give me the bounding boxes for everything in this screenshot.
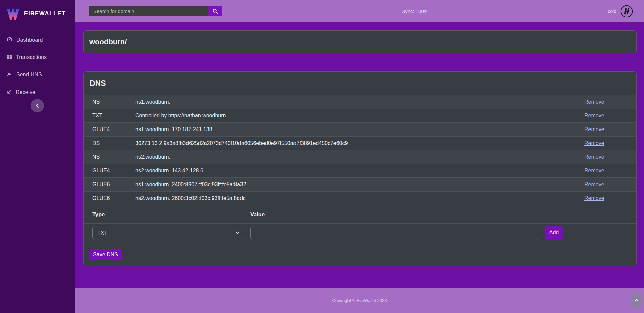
dns-card-title: DNS	[84, 72, 636, 95]
dns-record-row: GLUE4 ns2.woodburn. 143.42.128.6 Remove	[84, 164, 636, 178]
save-dns-button[interactable]: Save DNS	[89, 249, 122, 260]
record-type: GLUE6	[87, 195, 130, 201]
record-remove-link[interactable]: Remove	[584, 168, 604, 173]
footer: Copyright © FireWallet 2023	[75, 288, 644, 313]
type-column-header: Type	[92, 211, 250, 218]
scroll-to-top-button[interactable]	[631, 293, 642, 308]
app-window: FIREWALLET Dashboard Transactions Send H…	[0, 0, 644, 313]
record-value-input[interactable]	[250, 226, 539, 240]
sidebar-item-label: Receive	[16, 89, 35, 95]
domain-card: woodburn/	[83, 30, 637, 53]
record-type-select[interactable]: TXT	[92, 226, 244, 240]
sidebar: FIREWALLET Dashboard Transactions Send H…	[0, 0, 75, 313]
firewallet-logo-icon	[7, 8, 19, 20]
value-column-header: Value	[250, 211, 265, 218]
record-type: NS	[87, 154, 130, 160]
sidebar-item-label: Dashboard	[16, 37, 43, 43]
record-value: ns1.woodburn.	[130, 99, 583, 105]
chevron-up-icon	[635, 299, 639, 302]
domain-search	[89, 6, 222, 16]
sidebar-item-dashboard[interactable]: Dashboard	[0, 31, 75, 49]
sidebar-item-label: Send HNS	[16, 72, 42, 78]
record-value: ns1.woodburn. 170.187.241.138	[130, 126, 583, 133]
sidebar-item-send-hns[interactable]: Send HNS	[0, 66, 75, 84]
content-column: Sync: 100% cold woodburn/ DNS	[75, 0, 644, 313]
search-input[interactable]	[89, 6, 208, 16]
dns-record-row: GLUE6 ns2.woodburn. 2600:3c02::f03c:93ff…	[84, 192, 636, 205]
dns-record-row: NS ns1.woodburn. Remove	[84, 95, 636, 109]
add-record-button[interactable]: Add	[545, 226, 563, 240]
dns-form-header: Type Value	[84, 205, 636, 224]
record-type: NS	[87, 99, 130, 105]
dns-add-form: TXT Add	[84, 224, 636, 242]
wallet-name: cold	[608, 9, 616, 14]
table-icon	[7, 54, 12, 61]
dns-card: DNS NS ns1.woodburn. Remove TXT Controll…	[83, 71, 637, 266]
record-remove-link[interactable]: Remove	[584, 181, 604, 187]
record-value: ns2.woodburn. 2600:3c02::f03c:93ff:fe5a:…	[130, 195, 583, 201]
sidebar-collapse-button[interactable]	[31, 99, 44, 112]
record-value: ns1.woodburn. 2400:8907::f03c:93ff:fe5a:…	[130, 181, 583, 188]
record-remove-link[interactable]: Remove	[584, 99, 604, 105]
record-type-select-wrap: TXT	[92, 226, 244, 240]
record-type: DS	[87, 140, 130, 146]
sidebar-item-receive[interactable]: Receive	[0, 84, 75, 101]
brand: FIREWALLET	[0, 0, 75, 22]
sidebar-nav: Dashboard Transactions Send HNS Receive	[0, 31, 75, 101]
send-icon	[7, 72, 12, 78]
record-value: Controlled by https://nathan.woodburn	[130, 113, 583, 119]
record-remove-link[interactable]: Remove	[584, 113, 604, 118]
search-button[interactable]	[208, 6, 222, 16]
record-type: TXT	[87, 113, 130, 119]
record-value: ns2.woodburn. 143.42.128.6	[130, 168, 583, 174]
gauge-icon	[7, 37, 12, 44]
record-remove-link[interactable]: Remove	[584, 140, 604, 146]
record-value: ns2.woodburn.	[130, 154, 583, 160]
dns-records: NS ns1.woodburn. Remove TXT Controlled b…	[84, 95, 636, 205]
domain-title: woodburn/	[89, 38, 127, 46]
sidebar-item-label: Transactions	[16, 54, 47, 60]
dns-record-row: GLUE6 ns1.woodburn. 2400:8907::f03c:93ff…	[84, 178, 636, 192]
dns-record-row: TXT Controlled by https://nathan.woodbur…	[84, 109, 636, 123]
dns-record-row: NS ns2.woodburn. Remove	[84, 150, 636, 164]
topbar: Sync: 100% cold	[75, 0, 644, 22]
chevron-left-icon	[35, 103, 39, 108]
copyright-text: Copyright © FireWallet 2023	[332, 298, 387, 303]
sidebar-item-transactions[interactable]: Transactions	[0, 49, 75, 66]
brand-name: FIREWALLET	[24, 10, 66, 17]
handshake-logo-icon[interactable]	[620, 5, 633, 18]
search-icon	[212, 8, 218, 14]
wallet-indicator: cold	[608, 5, 633, 18]
record-type: GLUE4	[87, 126, 130, 133]
sync-status: Sync: 100%	[401, 8, 428, 14]
record-type: GLUE6	[87, 181, 130, 188]
record-value: 30273 13 2 9a3a8fb3d625d2a2073d740f10da6…	[130, 140, 583, 146]
dns-record-row: DS 30273 13 2 9a3a8fb3d625d2a2073d740f10…	[84, 137, 636, 150]
record-remove-link[interactable]: Remove	[584, 126, 604, 132]
save-row: Save DNS	[84, 242, 636, 266]
record-type: GLUE4	[87, 168, 130, 174]
record-remove-link[interactable]: Remove	[584, 195, 604, 201]
record-remove-link[interactable]: Remove	[584, 154, 604, 160]
dns-record-row: GLUE4 ns1.woodburn. 170.187.241.138 Remo…	[84, 123, 636, 137]
main-area: woodburn/ DNS NS ns1.woodburn. Remove TX…	[75, 22, 644, 288]
receive-arrow-icon	[7, 89, 12, 96]
